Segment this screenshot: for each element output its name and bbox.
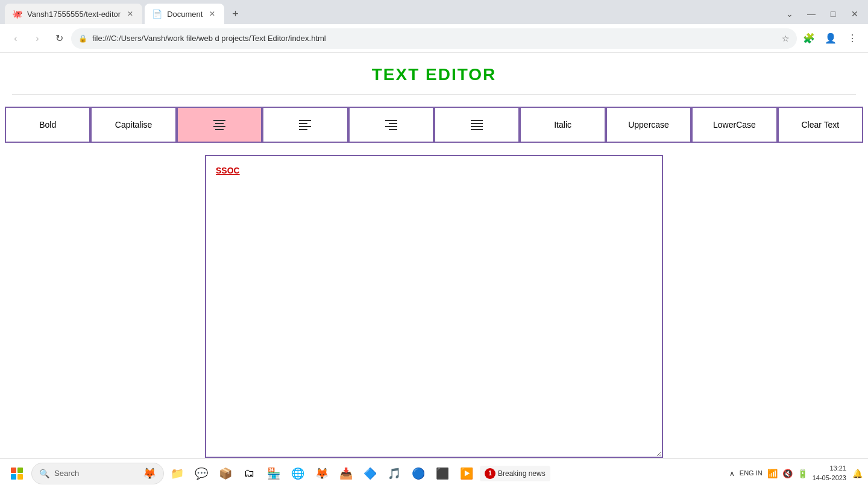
- back-button[interactable]: ‹: [6, 29, 25, 48]
- github-favicon: 🐙: [12, 9, 22, 19]
- clear-text-button[interactable]: Clear Text: [778, 107, 863, 143]
- taskbar: 🔍 Search 🦊 📁 💬 📦 🗂 🏪 🌐 🦊 📥 🔷 🎵 🔵 ⬛ ▶️ 1 …: [0, 458, 868, 488]
- app-content: TEXT EDITOR Bold Capitalise: [0, 53, 868, 458]
- taskbar-chat[interactable]: 💬: [190, 463, 212, 484]
- tab-list-button[interactable]: ⌄: [781, 5, 798, 22]
- cortana-icon: 🦊: [143, 467, 156, 480]
- bookmark-icon[interactable]: ☆: [782, 34, 790, 43]
- align-right-button[interactable]: [348, 107, 434, 143]
- windows-q1: [11, 468, 16, 473]
- tab-document-label: Document: [167, 10, 203, 19]
- wifi-icon[interactable]: 📶: [767, 469, 778, 478]
- system-tray: ∧ ENG IN 📶 🔇 🔋: [729, 469, 808, 478]
- tab-bar-right: ⌄ — □ ✕: [781, 5, 863, 22]
- browser-content: TEXT EDITOR Bold Capitalise: [0, 53, 868, 458]
- taskbar-store[interactable]: 🏪: [263, 463, 285, 484]
- justify-icon: [468, 118, 485, 131]
- taskbar-dropbox[interactable]: 📥: [335, 463, 357, 484]
- navigation-bar: ‹ › ↻ 🔒 file:///C:/Users/Vansh/work file…: [0, 24, 868, 53]
- taskbar-edge[interactable]: 🌐: [287, 463, 309, 484]
- taskbar-firefox[interactable]: 🦊: [311, 463, 333, 484]
- news-badge: 1: [485, 468, 495, 479]
- current-time: 13:21: [829, 464, 846, 473]
- search-label: Search: [54, 469, 79, 478]
- tab-github-close[interactable]: ✕: [125, 9, 135, 19]
- doc-favicon: 📄: [152, 9, 162, 19]
- refresh-button[interactable]: ↻: [49, 29, 69, 48]
- minimize-button[interactable]: —: [803, 5, 820, 22]
- tab-github-label: Vansh17555555/text-editor: [27, 10, 121, 19]
- tab-github[interactable]: 🐙 Vansh17555555/text-editor ✕: [5, 4, 142, 24]
- notification-button[interactable]: 🔔: [851, 468, 863, 480]
- taskbar-right: ∧ ENG IN 📶 🔇 🔋 13:21 14-05-2023 🔔: [729, 464, 863, 483]
- restore-button[interactable]: □: [825, 5, 841, 22]
- language-indicator: ENG IN: [740, 469, 763, 477]
- align-left-icon: [297, 118, 313, 131]
- windows-q3: [11, 474, 16, 480]
- editor-content: SSOC: [216, 166, 240, 175]
- search-icon: 🔍: [39, 469, 49, 478]
- taskbar-spotify[interactable]: 🎵: [383, 463, 405, 484]
- browser-chrome: 🐙 Vansh17555555/text-editor ✕ 📄 Document…: [0, 0, 868, 53]
- lock-icon: 🔒: [78, 34, 87, 43]
- text-editor[interactable]: SSOC: [205, 155, 663, 458]
- taskbar-terminal[interactable]: ⬛: [432, 463, 453, 484]
- profile-button[interactable]: 👤: [821, 29, 840, 48]
- start-button[interactable]: [5, 461, 29, 486]
- tab-document[interactable]: 📄 Document ✕: [145, 4, 224, 24]
- extensions-button[interactable]: 🧩: [799, 29, 819, 48]
- nav-right-controls: 🧩 👤 ⋮: [799, 29, 862, 48]
- new-tab-button[interactable]: +: [227, 5, 244, 22]
- taskbar-news[interactable]: 1 Breaking news: [480, 466, 550, 481]
- taskbar-search[interactable]: 🔍 Search 🦊: [31, 463, 164, 484]
- align-center-icon: [211, 118, 228, 131]
- windows-q2: [17, 468, 23, 473]
- news-label: Breaking news: [498, 469, 546, 478]
- taskbar-amazon[interactable]: 📦: [215, 463, 236, 484]
- uppercase-button[interactable]: Uppercase: [606, 107, 691, 143]
- windows-q4: [17, 474, 23, 480]
- toolbar: Bold Capitalise: [0, 107, 868, 143]
- align-right-icon: [383, 118, 400, 131]
- menu-button[interactable]: ⋮: [843, 29, 862, 48]
- battery-icon: 🔋: [797, 469, 808, 478]
- app-title: TEXT EDITOR: [0, 65, 868, 84]
- taskbar-explorer[interactable]: 📁: [166, 463, 188, 484]
- volume-icon[interactable]: 🔇: [782, 469, 793, 478]
- address-bar[interactable]: 🔒 file:///C:/Users/Vansh/work file/web d…: [71, 28, 797, 49]
- title-divider: [12, 94, 856, 95]
- editor-area: SSOC: [0, 155, 868, 458]
- tab-bar: 🐙 Vansh17555555/text-editor ✕ 📄 Document…: [0, 0, 868, 24]
- windows-logo: [11, 468, 23, 480]
- tab-document-close[interactable]: ✕: [207, 9, 217, 19]
- italic-button[interactable]: Italic: [520, 107, 605, 143]
- time-display[interactable]: 13:21 14-05-2023: [813, 464, 846, 483]
- align-center-button[interactable]: [177, 107, 262, 143]
- chevron-up-icon[interactable]: ∧: [729, 469, 735, 478]
- taskbar-youtube[interactable]: ▶️: [456, 463, 477, 484]
- taskbar-chrome[interactable]: 🔵: [407, 463, 429, 484]
- current-date: 14-05-2023: [813, 474, 846, 483]
- close-button[interactable]: ✕: [846, 5, 863, 22]
- taskbar-vscode[interactable]: 🔷: [359, 463, 381, 484]
- capitalise-button[interactable]: Capitalise: [90, 107, 176, 143]
- lowercase-button[interactable]: LowerCase: [691, 107, 777, 143]
- bold-button[interactable]: Bold: [5, 107, 90, 143]
- forward-button[interactable]: ›: [28, 29, 47, 48]
- align-left-button[interactable]: [262, 107, 348, 143]
- taskbar-files[interactable]: 🗂: [239, 463, 260, 484]
- address-text: file:///C:/Users/Vansh/work file/web d p…: [92, 34, 777, 43]
- justify-button[interactable]: [434, 107, 520, 143]
